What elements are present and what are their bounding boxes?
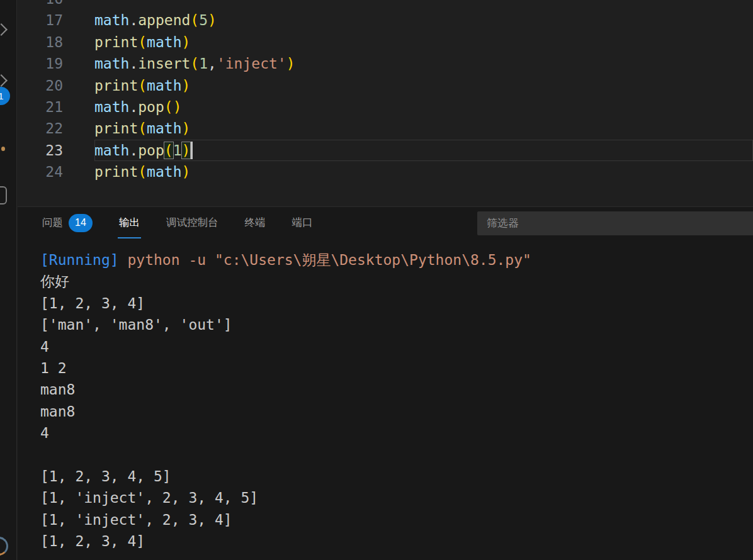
output-filter-input[interactable]	[477, 211, 753, 235]
tab-label: 调试控制台	[166, 216, 218, 230]
output-line: man8	[40, 401, 753, 422]
line-number: 21	[18, 96, 63, 118]
panel-tab-终端[interactable]: 终端	[244, 207, 267, 238]
code-text: print(math)	[94, 118, 190, 139]
code-text: math.pop(1)	[94, 140, 193, 161]
bottom-panel: 问题14输出调试控制台终端端口 [Running] python -u "c:\…	[18, 206, 753, 560]
text-cursor	[191, 142, 193, 159]
tab-label: 终端	[245, 216, 266, 230]
output-line: 4	[40, 422, 753, 444]
editor-lines: 1617math.append(5)18print(math)19math.in…	[18, 0, 753, 183]
line-number: 19	[18, 53, 63, 74]
output-line: [Running] python -u "c:\Users\朔星\Desktop…	[40, 249, 753, 271]
code-text: print(math)	[94, 31, 190, 53]
code-editor[interactable]: 1617math.append(5)18print(math)19math.in…	[18, 0, 753, 206]
output-line: [1, 2, 3, 4]	[40, 530, 753, 552]
code-line-19[interactable]: 19math.insert(1,'inject')	[18, 53, 753, 74]
code-line-20[interactable]: 20print(math)	[18, 75, 753, 96]
code-line-23[interactable]: 23math.pop(1)	[18, 140, 753, 161]
line-number: 24	[18, 161, 63, 182]
line-number: 16	[18, 0, 63, 9]
code-text: print(math)	[94, 161, 190, 182]
panel-tab-输出[interactable]: 输出	[118, 207, 141, 238]
output-line: [1, 'inject', 2, 3, 4, 5]	[40, 487, 753, 508]
code-line-17[interactable]: 17math.append(5)	[18, 9, 753, 31]
code-line-21[interactable]: 21math.pop()	[18, 96, 753, 118]
account-icon[interactable]	[0, 537, 8, 556]
output-line: 你好	[40, 271, 753, 292]
panel-outline-icon[interactable]	[0, 186, 7, 204]
code-text: math.insert(1,'inject')	[94, 53, 295, 74]
output-line: 1 2	[40, 357, 753, 379]
tab-label: 输出	[119, 216, 140, 230]
code-text: math.append(5)	[94, 9, 217, 31]
output-line: [1, 'inject', 2, 3, 4]	[40, 509, 753, 530]
vscode-window: { "activity_bar": { "icons": [ { "name":…	[0, 0, 753, 560]
output-console[interactable]: [Running] python -u "c:\Users\朔星\Desktop…	[18, 238, 753, 552]
tab-label: 端口	[292, 216, 313, 230]
output-line: [1, 2, 3, 4, 5]	[40, 466, 753, 487]
output-line	[40, 444, 753, 466]
code-text: math.pop()	[94, 96, 182, 118]
code-line-24[interactable]: 24print(math)	[18, 161, 753, 182]
notification-badge: 1	[0, 87, 10, 105]
line-number: 17	[18, 9, 63, 31]
line-number: 20	[18, 75, 63, 96]
code-line-18[interactable]: 18print(math)	[18, 31, 753, 53]
line-number: 23	[18, 140, 63, 161]
chevron-right-icon[interactable]	[0, 23, 8, 36]
output-line: [1, 2, 3, 4]	[40, 293, 753, 314]
panel-tab-问题[interactable]: 问题14	[41, 207, 94, 238]
problems-count-badge: 14	[69, 214, 93, 232]
code-line-22[interactable]: 22print(math)	[18, 118, 753, 139]
chevron-right-icon[interactable]	[0, 74, 8, 87]
code-text: print(math)	[94, 75, 190, 96]
panel-tabs: 问题14输出调试控制台终端端口	[41, 207, 314, 238]
output-line: ['man', 'man8', 'out']	[40, 314, 753, 335]
output-line: man8	[40, 379, 753, 400]
line-number: 18	[18, 31, 63, 53]
output-line: 4	[40, 336, 753, 357]
code-line-16[interactable]: 16	[18, 0, 753, 9]
activity-bar: 1	[0, 0, 17, 560]
panel-tab-bar: 问题14输出调试控制台终端端口	[18, 207, 753, 238]
dot-icon	[1, 147, 5, 151]
line-number: 22	[18, 118, 63, 139]
tab-label: 问题	[42, 216, 63, 230]
panel-tab-端口[interactable]: 端口	[291, 207, 314, 238]
panel-tab-调试控制台[interactable]: 调试控制台	[165, 207, 220, 238]
